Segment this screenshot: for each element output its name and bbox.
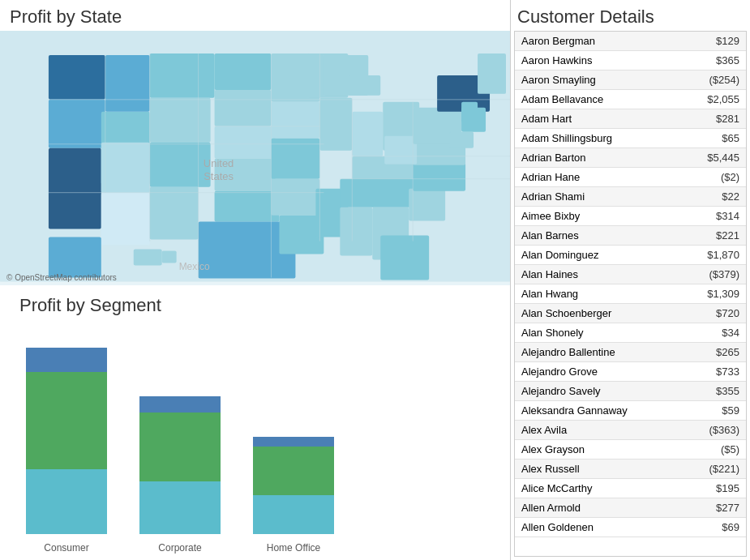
map-attribution: © OpenStreetMap contributors bbox=[6, 273, 117, 282]
table-row: Alan Shonely$34 bbox=[515, 323, 746, 343]
customer-value: $129 bbox=[683, 32, 746, 51]
svg-text:States: States bbox=[204, 170, 234, 182]
table-row: Alan Dominguez$1,870 bbox=[515, 246, 746, 265]
svg-rect-27 bbox=[348, 75, 380, 96]
customer-name: Adam Hart bbox=[515, 109, 683, 129]
customer-name: Adrian Shami bbox=[515, 187, 683, 207]
table-row: Aaron Hawkins$365 bbox=[515, 51, 746, 71]
customer-value: $65 bbox=[683, 129, 746, 148]
customer-value: $1,309 bbox=[683, 284, 746, 304]
bar-group-consumer: Consumer bbox=[26, 348, 107, 554]
customer-value: ($379) bbox=[683, 265, 746, 284]
customer-name: Alex Russell bbox=[515, 460, 683, 479]
svg-rect-10 bbox=[101, 193, 150, 246]
customer-value: ($363) bbox=[683, 421, 746, 440]
bar-label-corporate: Corporate bbox=[158, 542, 201, 554]
bar-segment-homeoffice-dark bbox=[253, 437, 334, 447]
customer-name: Alan Dominguez bbox=[515, 246, 683, 265]
customer-name: Alan Schoenberger bbox=[515, 304, 683, 323]
bar-segment-consumer-green bbox=[26, 372, 107, 469]
chart-title: Profit by Segment bbox=[10, 289, 500, 319]
svg-rect-35 bbox=[409, 189, 445, 221]
table-row: Aimee Bixby$314 bbox=[515, 207, 746, 226]
svg-rect-36 bbox=[413, 163, 465, 191]
customer-name: Aaron Hawkins bbox=[515, 51, 683, 71]
bar-segment-corporate-dark bbox=[139, 396, 221, 413]
customer-name: Adam Bellavance bbox=[515, 90, 683, 109]
customer-name: Alejandro Ballentine bbox=[515, 343, 683, 362]
customer-name: Alex Avila bbox=[515, 421, 683, 440]
customer-value: $733 bbox=[683, 362, 746, 382]
svg-rect-38 bbox=[384, 136, 417, 165]
svg-rect-43 bbox=[449, 132, 474, 148]
customer-name: Aimee Bixby bbox=[515, 207, 683, 226]
bar-stack-consumer bbox=[26, 348, 107, 534]
customer-name: Alice McCarthy bbox=[515, 479, 683, 498]
bar-stack-home-office bbox=[253, 437, 334, 534]
bars-container: Consumer Corporate Home Office bbox=[10, 319, 500, 554]
svg-rect-11 bbox=[150, 187, 199, 240]
customer-value: $59 bbox=[683, 401, 746, 421]
customer-value: $277 bbox=[683, 498, 746, 518]
bar-segment-consumer-dark bbox=[26, 348, 107, 372]
bar-segment-corporate-green bbox=[139, 413, 221, 481]
table-row: Alex Grayson($5) bbox=[515, 440, 746, 460]
map-title: Profit by State bbox=[0, 0, 510, 31]
table-row: Alan Schoenberger$720 bbox=[515, 304, 746, 323]
svg-rect-16 bbox=[215, 191, 280, 222]
table-row: Alex Russell($221) bbox=[515, 460, 746, 479]
customer-name: Allen Goldenen bbox=[515, 518, 683, 537]
customer-name: Adrian Barton bbox=[515, 148, 683, 168]
customer-value: $2,055 bbox=[683, 90, 746, 109]
customer-value: $281 bbox=[683, 109, 746, 129]
svg-rect-7 bbox=[150, 98, 211, 143]
customer-name: Alex Grayson bbox=[515, 440, 683, 460]
customer-name: Aaron Bergman bbox=[515, 32, 683, 51]
customer-value: $221 bbox=[683, 226, 746, 246]
customer-value: $69 bbox=[683, 518, 746, 537]
customer-name: Aaron Smayling bbox=[515, 71, 683, 90]
bar-group-corporate: Corporate bbox=[139, 396, 221, 554]
bar-segment-homeoffice-teal bbox=[253, 495, 334, 534]
svg-rect-8 bbox=[150, 143, 211, 187]
svg-rect-32 bbox=[340, 207, 372, 256]
svg-rect-3 bbox=[49, 148, 101, 229]
customer-value: ($221) bbox=[683, 460, 746, 479]
customer-value: $1,870 bbox=[683, 246, 746, 265]
svg-rect-5 bbox=[105, 55, 150, 112]
customer-details-title: Customer Details bbox=[511, 0, 750, 31]
svg-rect-13 bbox=[215, 90, 272, 126]
svg-rect-20 bbox=[271, 139, 319, 179]
customer-value: ($254) bbox=[683, 71, 746, 90]
bar-stack-corporate bbox=[139, 396, 221, 534]
bar-segment-corporate-teal bbox=[139, 481, 221, 534]
svg-rect-44 bbox=[461, 102, 478, 122]
svg-rect-1 bbox=[49, 55, 105, 100]
svg-rect-34 bbox=[380, 236, 429, 280]
svg-rect-45 bbox=[49, 237, 101, 278]
customer-name: Alan Haines bbox=[515, 265, 683, 284]
customer-table-wrapper[interactable]: Aaron Bergman$129Aaron Hawkins$365Aaron … bbox=[514, 31, 747, 557]
table-row: Allen Armold$277 bbox=[515, 498, 746, 518]
table-row: Aleksandra Gannaway$59 bbox=[515, 401, 746, 421]
customer-value: $355 bbox=[683, 382, 746, 401]
bar-segment-homeoffice-green bbox=[253, 447, 334, 495]
customer-name: Aleksandra Gannaway bbox=[515, 401, 683, 421]
table-row: Alejandro Savely$355 bbox=[515, 382, 746, 401]
svg-rect-24 bbox=[319, 98, 352, 151]
table-row: Adrian Hane($2) bbox=[515, 168, 746, 187]
svg-rect-2 bbox=[49, 100, 105, 148]
svg-rect-47 bbox=[162, 251, 177, 263]
customer-name: Adrian Hane bbox=[515, 168, 683, 187]
customer-value: $365 bbox=[683, 51, 746, 71]
customer-value: $314 bbox=[683, 207, 746, 226]
svg-rect-31 bbox=[340, 179, 417, 207]
table-row: Allen Goldenen$69 bbox=[515, 518, 746, 537]
table-row: Adam Hart$281 bbox=[515, 109, 746, 129]
customer-value: ($2) bbox=[683, 168, 746, 187]
svg-rect-41 bbox=[478, 53, 506, 94]
table-row: Adrian Barton$5,445 bbox=[515, 148, 746, 168]
table-row: Alan Haines($379) bbox=[515, 265, 746, 284]
customer-value: $22 bbox=[683, 187, 746, 207]
table-row: Alan Hwang$1,309 bbox=[515, 284, 746, 304]
